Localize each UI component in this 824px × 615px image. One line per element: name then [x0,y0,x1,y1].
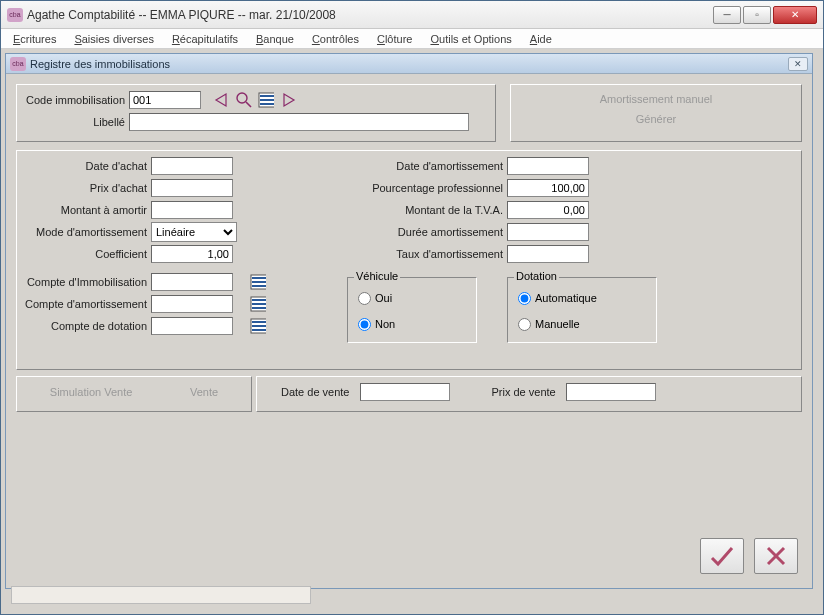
menubar: Ecritures Saisies diverses Récapitulatif… [1,29,823,49]
taux-amort-input[interactable] [507,245,589,263]
pourc-pro-input[interactable] [507,179,589,197]
label-date-vente: Date de vente [281,386,354,398]
amort-manuel-action: Amortissement manuel [515,89,797,109]
triangle-right-icon [280,92,296,108]
vehicule-oui-label: Oui [375,292,392,304]
compte-dot-lookup[interactable] [248,316,268,336]
label-montant-tva: Montant de la T.V.A. [347,204,507,216]
label-coefficient: Coefficient [21,248,151,260]
label-compte-immo: Compte d'Immobilisation [21,276,151,288]
duree-amort-input[interactable] [507,223,589,241]
label-mode-amort: Mode d'amortissement [21,226,151,238]
prix-achat-input[interactable] [151,179,233,197]
menu-ecritures[interactable]: Ecritures [5,31,64,47]
search-button[interactable] [234,90,254,110]
label-taux-amort: Taux d'amortissement [347,248,507,260]
simulation-vente-action: Simulation Vente [50,386,133,398]
svg-rect-5 [260,99,274,101]
montant-tva-input[interactable] [507,201,589,219]
compte-amort-input[interactable] [151,295,233,313]
vehicule-non-radio[interactable] [358,318,371,331]
date-vente-input[interactable] [360,383,450,401]
main-window: cba Agathe Comptabilité -- EMMA PIQURE -… [0,0,824,615]
svg-rect-9 [252,277,266,279]
dotation-legend: Dotation [514,270,559,282]
libelle-input[interactable] [129,113,469,131]
menu-aide[interactable]: Aide [522,31,560,47]
svg-line-2 [246,102,251,107]
label-montant-amortir: Montant à amortir [21,204,151,216]
maximize-button[interactable]: ▫ [743,6,771,24]
svg-rect-4 [260,95,274,97]
list-icon [250,274,266,290]
list-button[interactable] [256,90,276,110]
label-prix-vente: Prix de vente [492,386,560,398]
coefficient-input[interactable] [151,245,233,263]
date-amort-input[interactable] [507,157,589,175]
window-title: Agathe Comptabilité -- EMMA PIQURE -- ma… [27,8,713,22]
label-pourc-pro: Pourcentage professionnel [347,182,507,194]
svg-marker-7 [284,94,294,106]
panel-identification: Code immobilisation [16,84,496,142]
label-duree-amort: Durée amortissement [347,226,507,238]
compte-immo-input[interactable] [151,273,233,291]
cancel-button[interactable] [754,538,798,574]
list-icon [250,318,266,334]
menu-outils[interactable]: Outils et Options [422,31,519,47]
dotation-auto-radio[interactable] [518,292,531,305]
prev-button[interactable] [212,90,232,110]
panel-details: Date d'achat Prix d'achat Montant à amor… [16,150,802,370]
label-code-immo: Code immobilisation [21,94,129,106]
label-prix-achat: Prix d'achat [21,182,151,194]
ok-button[interactable] [700,538,744,574]
menu-recap[interactable]: Récapitulatifs [164,31,246,47]
generer-action: Générer [515,109,797,129]
date-achat-input[interactable] [151,157,233,175]
svg-rect-19 [252,329,266,331]
app-icon: cba [7,8,23,22]
compte-immo-lookup[interactable] [248,272,268,292]
dotation-man-radio[interactable] [518,318,531,331]
svg-rect-17 [252,321,266,323]
svg-rect-14 [252,303,266,305]
child-window: cba Registre des immobilisations ✕ Code … [5,53,813,589]
montant-amortir-input[interactable] [151,201,233,219]
compte-amort-lookup[interactable] [248,294,268,314]
menu-saisies[interactable]: Saisies diverses [66,31,161,47]
close-button[interactable]: ✕ [773,6,817,24]
code-immo-input[interactable] [129,91,201,109]
child-close-button[interactable]: ✕ [788,57,808,71]
vehicule-group: Véhicule Oui Non [347,277,477,343]
list-icon [258,92,274,108]
menu-cloture[interactable]: Clôture [369,31,420,47]
next-button[interactable] [278,90,298,110]
dotation-group: Dotation Automatique Manuelle [507,277,657,343]
svg-rect-15 [252,307,266,309]
prix-vente-input[interactable] [566,383,656,401]
list-icon [250,296,266,312]
triangle-left-icon [214,92,230,108]
panel-actions-amort: Amortissement manuel Générer [510,84,802,142]
svg-point-1 [237,93,247,103]
child-titlebar: cba Registre des immobilisations ✕ [6,54,812,74]
dotation-man-label: Manuelle [535,318,580,330]
svg-rect-11 [252,285,266,287]
footer-buttons [700,538,798,574]
compte-dot-input[interactable] [151,317,233,335]
menu-banque[interactable]: Banque [248,31,302,47]
panel-vente-actions: Simulation Vente Vente [16,376,252,412]
check-icon [708,544,736,568]
vehicule-legend: Véhicule [354,270,400,282]
mode-amort-select[interactable]: Linéaire [151,222,237,242]
magnifier-icon [235,91,253,109]
label-libelle: Libellé [21,116,129,128]
vehicule-non-label: Non [375,318,395,330]
menu-controles[interactable]: Contrôles [304,31,367,47]
child-icon: cba [10,57,26,71]
svg-rect-13 [252,299,266,301]
minimize-button[interactable]: ─ [713,6,741,24]
vehicule-oui-radio[interactable] [358,292,371,305]
child-title-text: Registre des immobilisations [30,58,788,70]
svg-rect-18 [252,325,266,327]
dotation-auto-label: Automatique [535,292,597,304]
